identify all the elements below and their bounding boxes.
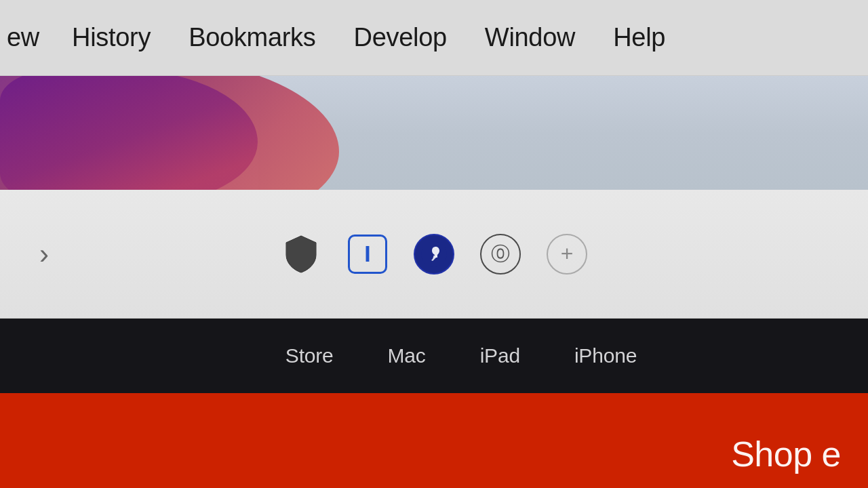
instapaper-letter: I [364, 241, 370, 267]
instapaper-extension-button[interactable]: I [344, 231, 391, 277]
privacy-badger-extension-button[interactable] [278, 231, 324, 277]
apple-nav-mac[interactable]: Mac [361, 338, 453, 374]
plus-icon: + [561, 241, 574, 266]
wallpaper-shape-dark [0, 76, 258, 190]
menu-item-develop[interactable]: Develop [334, 18, 465, 58]
menu-item-help[interactable]: Help [594, 18, 684, 58]
menu-bar-items: ew History Bookmarks Develop Window Help [0, 18, 684, 58]
menu-item-view[interactable]: ew [0, 18, 53, 58]
forward-arrow-button[interactable]: › [27, 237, 61, 271]
apple-nav-iphone[interactable]: iPhone [547, 338, 664, 374]
onepassword-symbol: ⓪ [491, 241, 510, 267]
horse-svg-icon [421, 241, 447, 267]
wallpaper-background [258, 76, 868, 190]
add-extension-button[interactable]: + [544, 231, 590, 277]
menu-bar: ew History Bookmarks Develop Window Help [0, 0, 868, 76]
shield-icon [283, 235, 319, 274]
menu-item-bookmarks[interactable]: Bookmarks [170, 18, 334, 58]
apple-nav-items: Store Mac iPad iPhone [204, 338, 664, 374]
menu-item-window[interactable]: Window [466, 18, 594, 58]
menu-item-history[interactable]: History [53, 18, 170, 58]
onepassword-icon: ⓪ [480, 234, 521, 274]
onepassword-extension-button[interactable]: ⓪ [477, 231, 524, 277]
apple-nav-ipad[interactable]: iPad [453, 338, 547, 374]
dark-horse-extension-button[interactable] [411, 231, 457, 277]
toolbar-left: › [27, 237, 61, 271]
apple-website-nav: Store Mac iPad iPhone [0, 319, 868, 393]
shop-text: Shop e [731, 434, 841, 474]
safari-toolbar: › I [0, 190, 868, 319]
apple-logo-nav-button[interactable] [204, 349, 258, 363]
hero-wallpaper-area [0, 76, 868, 190]
page-content-area: Shop e [0, 393, 868, 488]
add-icon: + [547, 234, 587, 274]
instapaper-icon: I [348, 235, 387, 274]
horse-icon [414, 234, 454, 274]
apple-nav-store[interactable]: Store [258, 338, 361, 374]
toolbar-extensions: I ⓪ [278, 231, 590, 277]
